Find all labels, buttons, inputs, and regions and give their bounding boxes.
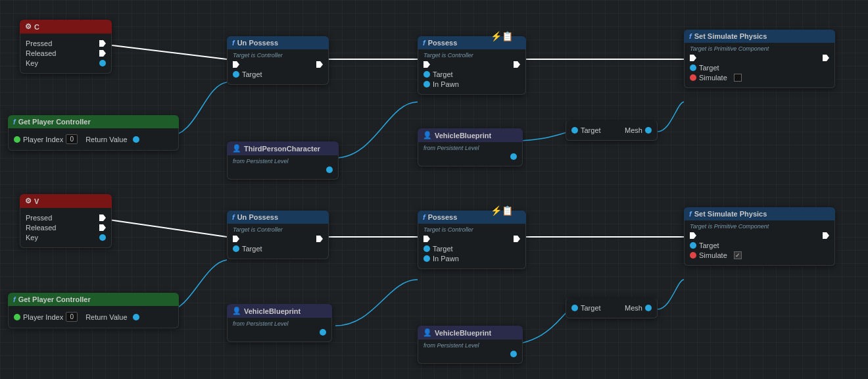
un-possess-top-exec-out[interactable] bbox=[316, 61, 323, 68]
tpc-title: ThirdPersonCharacter bbox=[244, 145, 320, 153]
mesh-out-pin-bottom[interactable] bbox=[645, 305, 652, 311]
player-index-pin-top[interactable] bbox=[14, 136, 20, 143]
vb-top-output-pin[interactable] bbox=[510, 153, 517, 160]
set-simulate-physics-bottom[interactable]: f Set Simulate Physics Target is Primiti… bbox=[684, 207, 835, 266]
target-mesh-top[interactable]: Target Mesh bbox=[566, 120, 658, 141]
vb-bottom2-body: from Persistent Level bbox=[418, 340, 523, 364]
player-index-box-bottom[interactable]: 0 bbox=[66, 312, 78, 322]
vb-bottom1-icon: 👤 bbox=[232, 307, 241, 315]
ssp-bottom-target-pin[interactable] bbox=[690, 242, 696, 249]
ssp-top-target-pin[interactable] bbox=[690, 64, 696, 71]
v-pressed-exec-pin[interactable] bbox=[99, 215, 106, 221]
un-possess-bottom-target-pin[interactable] bbox=[233, 245, 239, 252]
vb-bottom2-output-pin[interactable] bbox=[510, 351, 517, 357]
gpc-bottom-header: f Get Player Controller bbox=[8, 293, 179, 306]
player-index-pin-bottom[interactable] bbox=[14, 314, 20, 320]
possess-top-inpawn-label: In Pawn bbox=[433, 80, 459, 88]
un-possess-top-exec bbox=[233, 61, 323, 68]
key-node-v[interactable]: ⚙ V Pressed Released Key bbox=[20, 194, 112, 248]
possess-bottom-inpawn-pin[interactable] bbox=[423, 255, 430, 262]
possess-bottom-exec-in[interactable] bbox=[423, 236, 430, 242]
return-value-pin-top[interactable] bbox=[133, 136, 139, 143]
un-possess-bottom-exec-in[interactable] bbox=[233, 236, 239, 242]
possess-bottom[interactable]: ⚡📋 f Possess Target is Controller Target… bbox=[418, 211, 526, 269]
target-mesh-top-in-pin[interactable] bbox=[571, 127, 578, 134]
ssp-top-target-label: Target bbox=[699, 64, 719, 72]
target-mesh-bottom[interactable]: Target Mesh bbox=[566, 298, 658, 318]
possess-top-inpawn-pin[interactable] bbox=[423, 81, 430, 88]
return-value-pin-bottom[interactable] bbox=[133, 314, 139, 320]
lightning-icon-top: ⚡📋 bbox=[491, 31, 513, 41]
func-icon-top: f bbox=[13, 118, 16, 126]
ssp-top-exec-in[interactable] bbox=[690, 55, 696, 61]
player-index-box-top[interactable]: 0 bbox=[66, 134, 78, 144]
possess-bottom-exec-out[interactable] bbox=[514, 236, 520, 242]
vehicle-blueprint-bottom-1[interactable]: 👤 VehicleBlueprint from Persistent Level bbox=[227, 304, 332, 342]
gpc-top-header: f Get Player Controller bbox=[8, 115, 179, 128]
v-released-label: Released bbox=[26, 224, 56, 232]
un-possess-bottom-exec bbox=[233, 236, 323, 242]
ssp-top-exec-out[interactable] bbox=[823, 55, 829, 61]
target-mesh-bottom-body: Target Mesh bbox=[566, 298, 658, 318]
possess-top-exec-out[interactable] bbox=[514, 61, 520, 68]
vb-bottom1-output-pin[interactable] bbox=[320, 329, 326, 336]
third-person-character[interactable]: 👤 ThirdPersonCharacter from Persistent L… bbox=[227, 141, 339, 180]
un-possess-top[interactable]: f Un Possess Target is Controller Target bbox=[227, 36, 329, 85]
ssp-bottom-exec-in[interactable] bbox=[690, 232, 696, 239]
key-node-v-header: ⚙ V bbox=[20, 194, 112, 208]
player-index-row-bottom: Player Index 0 Return Value bbox=[14, 312, 173, 322]
v-released-exec-pin[interactable] bbox=[99, 224, 106, 231]
v-pressed-row: Pressed bbox=[26, 214, 106, 222]
un-possess-bottom-subtitle: Target is Controller bbox=[233, 226, 323, 233]
func-icon-ssp-bottom: f bbox=[689, 210, 692, 218]
func-icon-ssp-top: f bbox=[689, 32, 692, 40]
possess-bottom-target-pin[interactable] bbox=[423, 245, 430, 252]
key-node-c[interactable]: ⚙ C Pressed Released Key bbox=[20, 20, 112, 74]
vb-top-subtitle: from Persistent Level bbox=[423, 145, 517, 151]
pressed-label: Pressed bbox=[26, 39, 52, 47]
ssp-bottom-checkbox[interactable]: ✓ bbox=[734, 251, 742, 259]
un-possess-top-exec-in[interactable] bbox=[233, 61, 239, 68]
ssp-top-simulate-pin[interactable] bbox=[690, 74, 696, 81]
vb-bottom2-header: 👤 VehicleBlueprint bbox=[418, 326, 523, 340]
v-released-row: Released bbox=[26, 224, 106, 232]
vehicle-blueprint-top[interactable]: 👤 VehicleBlueprint from Persistent Level bbox=[418, 128, 523, 166]
possess-top-target: Target bbox=[423, 70, 520, 78]
mesh-out-pin-top[interactable] bbox=[645, 127, 652, 134]
ssp-bottom-simulate-label: Simulate bbox=[699, 251, 727, 259]
v-key-data-pin[interactable] bbox=[99, 234, 106, 241]
set-simulate-physics-top[interactable]: f Set Simulate Physics Target is Primiti… bbox=[684, 30, 835, 88]
un-possess-bottom[interactable]: f Un Possess Target is Controller Target bbox=[227, 211, 329, 259]
released-exec-pin[interactable] bbox=[99, 50, 106, 57]
target-mesh-bottom-in-pin[interactable] bbox=[571, 305, 578, 311]
lightning-icon-bottom: ⚡📋 bbox=[491, 205, 513, 216]
func-icon-unpossess-bottom: f bbox=[232, 213, 235, 221]
key-icon: ⚙ bbox=[25, 22, 32, 31]
un-possess-bottom-body: Target is Controller Target bbox=[227, 224, 329, 259]
func-icon-gpc-bottom: f bbox=[13, 295, 16, 303]
get-player-controller-bottom[interactable]: f Get Player Controller Player Index 0 R… bbox=[8, 293, 179, 328]
un-possess-top-body: Target is Controller Target bbox=[227, 49, 329, 85]
possess-top[interactable]: ⚡📋 f Possess Target is Controller Target… bbox=[418, 36, 526, 95]
vb-top-title: VehicleBlueprint bbox=[435, 132, 491, 139]
vehicle-blueprint-bottom-2[interactable]: 👤 VehicleBlueprint from Persistent Level bbox=[418, 326, 523, 364]
possess-bottom-inpawn-label: In Pawn bbox=[433, 255, 459, 263]
possess-top-target-pin[interactable] bbox=[423, 71, 430, 78]
un-possess-bottom-exec-out[interactable] bbox=[316, 236, 323, 242]
possess-top-body: Target is Controller Target In Pawn bbox=[418, 49, 526, 95]
ssp-bottom-simulate-pin[interactable] bbox=[690, 252, 696, 259]
possess-top-exec-in[interactable] bbox=[423, 61, 430, 68]
possess-bottom-target: Target bbox=[423, 245, 520, 253]
pressed-exec-pin[interactable] bbox=[99, 40, 106, 47]
possess-top-subtitle: Target is Controller bbox=[423, 52, 520, 59]
target-label-tm-bottom: Target bbox=[581, 304, 601, 312]
ssp-bottom-exec-out[interactable] bbox=[823, 232, 829, 239]
possess-bottom-body: Target is Controller Target In Pawn bbox=[418, 224, 526, 269]
key-data-pin[interactable] bbox=[99, 60, 106, 66]
ssp-top-checkbox[interactable] bbox=[734, 74, 742, 82]
tpc-output-pin[interactable] bbox=[326, 166, 333, 173]
vb-top-body: from Persistent Level bbox=[418, 142, 523, 166]
get-player-controller-top[interactable]: f Get Player Controller Player Index 0 R… bbox=[8, 115, 179, 151]
un-possess-top-target-pin[interactable] bbox=[233, 71, 239, 78]
vb-bottom1-subtitle: from Persistent Level bbox=[233, 320, 326, 327]
